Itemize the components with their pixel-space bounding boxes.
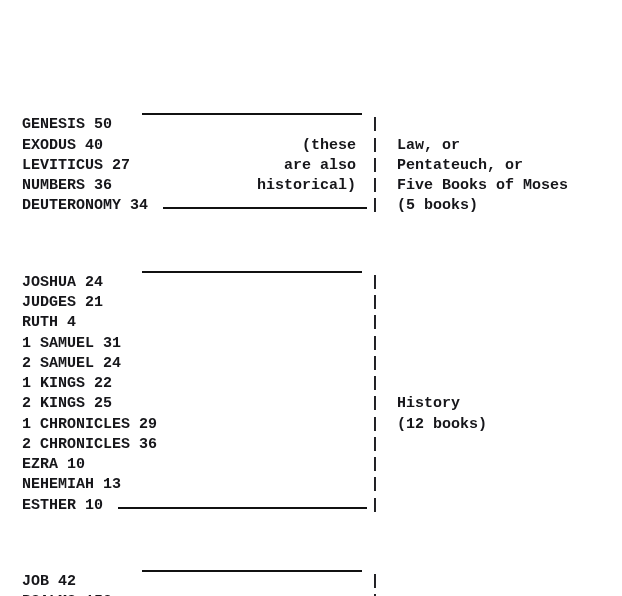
section-desc-line: Pentateuch, or	[397, 157, 523, 174]
book-row: ESTHER 10 |	[22, 496, 600, 516]
section-top-rule	[22, 95, 600, 115]
section-desc-line: (5 books)	[397, 197, 478, 214]
divider-pipe: |	[362, 592, 388, 596]
section-gap	[22, 217, 600, 235]
book-name: NUMBERS	[22, 177, 85, 194]
section-gap	[22, 534, 600, 552]
section-desc-line: Five Books of Moses	[397, 177, 568, 194]
book-row: DEUTERONOMY 34 | (5 books)	[22, 196, 600, 216]
divider-pipe: |	[362, 313, 388, 333]
book-chapters: 27	[112, 157, 130, 174]
book-chapters: 50	[94, 116, 112, 133]
divider-pipe: |	[362, 374, 388, 394]
book-name: ESTHER	[22, 497, 76, 514]
book-chapters: 40	[85, 137, 103, 154]
divider-pipe: |	[362, 354, 388, 374]
book-name: JUDGES	[22, 294, 76, 311]
section-desc-line: History	[397, 395, 460, 412]
book-row: PSALMS 150|	[22, 592, 600, 596]
book-row: GENESIS 50|	[22, 115, 600, 135]
section-desc-line: (12 books)	[397, 416, 487, 433]
section-gap	[22, 516, 600, 534]
book-chapters: 4	[67, 314, 76, 331]
section-note-line: historical)	[257, 176, 356, 196]
section-gap	[22, 235, 600, 253]
book-chapters: 31	[103, 335, 121, 352]
book-chapters: 25	[94, 395, 112, 412]
book-chapters: 10	[85, 497, 103, 514]
book-row: NEHEMIAH 13|	[22, 475, 600, 495]
book-name: JOSHUA	[22, 274, 76, 291]
divider-pipe: |	[362, 455, 388, 475]
bible-sections-list: GENESIS 50| EXODUS 40(these| Law, orLEVI…	[22, 95, 600, 596]
book-chapters: 36	[139, 436, 157, 453]
divider-pipe: |	[362, 136, 388, 156]
book-row: JOSHUA 24|	[22, 273, 600, 293]
book-row: 1 CHRONICLES 29| (12 books)	[22, 415, 600, 435]
book-chapters: 36	[94, 177, 112, 194]
section-top-rule	[22, 552, 600, 572]
book-row: NUMBERS 36historical)| Five Books of Mos…	[22, 176, 600, 196]
divider-pipe: |	[362, 293, 388, 313]
book-name: EZRA	[22, 456, 58, 473]
book-chapters: 24	[103, 355, 121, 372]
book-name: 1 KINGS	[22, 375, 85, 392]
book-name: DEUTERONOMY	[22, 197, 121, 214]
book-row: 2 KINGS 25| History	[22, 394, 600, 414]
book-name: 2 SAMUEL	[22, 355, 94, 372]
book-row: JOB 42|	[22, 572, 600, 592]
book-name: LEVITICUS	[22, 157, 103, 174]
book-row: 1 KINGS 22|	[22, 374, 600, 394]
book-chapters: 21	[85, 294, 103, 311]
book-name: 1 SAMUEL	[22, 335, 94, 352]
book-chapters: 42	[58, 573, 76, 590]
divider-pipe: |	[362, 115, 388, 135]
book-row: JUDGES 21|	[22, 293, 600, 313]
book-chapters: 29	[139, 416, 157, 433]
book-row: EXODUS 40(these| Law, or	[22, 136, 600, 156]
section-note-line: are also	[284, 156, 356, 176]
book-name: 2 CHRONICLES	[22, 436, 130, 453]
book-name: 1 CHRONICLES	[22, 416, 130, 433]
section-desc-line: Law, or	[397, 137, 460, 154]
section-bottom-rule	[118, 498, 367, 508]
divider-pipe: |	[362, 334, 388, 354]
book-name: RUTH	[22, 314, 58, 331]
book-chapters: 10	[67, 456, 85, 473]
book-row: RUTH 4|	[22, 313, 600, 333]
section-bottom-rule	[163, 199, 367, 209]
section-top-rule	[22, 253, 600, 273]
book-name: EXODUS	[22, 137, 76, 154]
divider-pipe: |	[362, 394, 388, 414]
book-chapters: 22	[94, 375, 112, 392]
book-chapters: 13	[103, 476, 121, 493]
divider-pipe: |	[362, 572, 388, 592]
divider-pipe: |	[362, 273, 388, 293]
book-name: JOB	[22, 573, 49, 590]
divider-pipe: |	[362, 415, 388, 435]
divider-pipe: |	[362, 156, 388, 176]
divider-pipe: |	[362, 435, 388, 455]
book-name: GENESIS	[22, 116, 85, 133]
book-name: 2 KINGS	[22, 395, 85, 412]
book-row: LEVITICUS 27are also| Pentateuch, or	[22, 156, 600, 176]
book-row: 2 SAMUEL 24|	[22, 354, 600, 374]
book-row: 2 CHRONICLES 36|	[22, 435, 600, 455]
book-chapters: 24	[85, 274, 103, 291]
book-name: NEHEMIAH	[22, 476, 94, 493]
book-row: EZRA 10|	[22, 455, 600, 475]
divider-pipe: |	[362, 475, 388, 495]
divider-pipe: |	[362, 176, 388, 196]
book-chapters: 34	[130, 197, 148, 214]
book-row: 1 SAMUEL 31|	[22, 334, 600, 354]
section-note-line: (these	[302, 136, 356, 156]
